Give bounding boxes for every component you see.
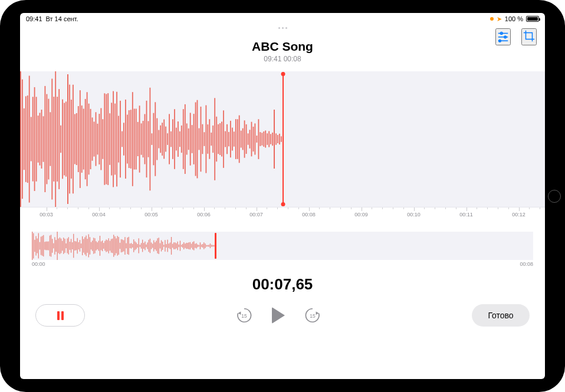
- svg-rect-92: [170, 131, 172, 147]
- svg-rect-213: [101, 242, 101, 251]
- svg-rect-214: [102, 241, 103, 251]
- svg-rect-78: [146, 101, 147, 177]
- svg-rect-65: [123, 123, 124, 155]
- svg-rect-29: [60, 126, 61, 153]
- svg-rect-111: [204, 132, 205, 146]
- status-date: Вт 14 сент.: [46, 15, 78, 22]
- svg-rect-107: [197, 100, 198, 179]
- time-ruler: 00:0300:0400:0500:0600:0700:0800:0900:10…: [20, 207, 545, 222]
- svg-rect-234: [127, 238, 128, 254]
- svg-rect-256: [155, 242, 155, 249]
- svg-rect-298: [208, 245, 208, 246]
- svg-rect-68: [129, 110, 130, 168]
- svg-rect-177: [55, 240, 56, 252]
- skip-forward-15-button[interactable]: 15: [304, 307, 321, 324]
- svg-rect-165: [41, 237, 41, 255]
- svg-rect-296: [205, 243, 205, 248]
- status-bar: 09:41 Вт 14 сент. ➤ 100 %: [20, 13, 545, 25]
- svg-rect-62: [118, 116, 119, 162]
- svg-rect-275: [179, 245, 179, 247]
- svg-rect-83: [155, 102, 156, 176]
- svg-rect-140: [255, 123, 256, 154]
- svg-rect-173: [51, 235, 51, 256]
- svg-rect-96: [178, 121, 179, 157]
- svg-rect-208: [94, 238, 95, 253]
- svg-rect-102: [188, 129, 189, 150]
- playhead-overview[interactable]: [215, 233, 216, 259]
- svg-rect-67: [127, 115, 128, 164]
- svg-rect-299: [209, 245, 209, 246]
- home-button[interactable]: [548, 190, 561, 203]
- svg-rect-97: [179, 131, 180, 147]
- skip-back-icon: 15: [235, 307, 253, 324]
- svg-rect-171: [48, 242, 49, 251]
- svg-rect-24: [51, 79, 52, 200]
- svg-rect-54: [104, 93, 105, 185]
- svg-rect-265: [166, 244, 166, 248]
- svg-rect-190: [72, 242, 73, 249]
- svg-rect-139: [253, 127, 254, 151]
- svg-rect-41: [81, 106, 83, 173]
- svg-rect-259: [159, 238, 159, 254]
- svg-rect-158: [32, 232, 32, 260]
- svg-rect-133: [242, 129, 244, 150]
- svg-rect-189: [71, 239, 71, 252]
- svg-rect-19: [43, 116, 44, 162]
- controls-bar: 15 15 Готово: [20, 294, 545, 338]
- svg-rect-286: [192, 242, 193, 250]
- options-button[interactable]: [495, 28, 511, 45]
- svg-rect-246: [142, 240, 143, 252]
- svg-rect-21: [47, 94, 48, 185]
- sheet-grabber[interactable]: [278, 27, 287, 29]
- svg-rect-226: [117, 236, 118, 256]
- svg-rect-220: [110, 241, 110, 251]
- waveform-overview[interactable]: [32, 232, 533, 260]
- svg-rect-295: [203, 242, 204, 249]
- pause-button[interactable]: [35, 304, 85, 327]
- svg-rect-258: [157, 238, 158, 253]
- svg-rect-50: [97, 124, 98, 154]
- svg-rect-293: [201, 245, 202, 247]
- svg-rect-228: [120, 243, 120, 249]
- svg-rect-221: [111, 239, 111, 252]
- playhead-main[interactable]: [282, 74, 284, 205]
- svg-rect-44: [87, 92, 88, 186]
- play-button[interactable]: [272, 307, 285, 324]
- svg-rect-119: [218, 124, 219, 154]
- svg-rect-195: [78, 242, 79, 249]
- svg-rect-203: [88, 234, 89, 257]
- svg-rect-149: [270, 134, 271, 144]
- done-button[interactable]: Готово: [472, 304, 530, 327]
- svg-rect-98: [181, 126, 182, 153]
- trim-button[interactable]: [521, 28, 537, 45]
- ipad-frame: 09:41 Вт 14 сент. ➤ 100 %: [0, 0, 565, 392]
- svg-rect-123: [225, 131, 226, 147]
- svg-rect-126: [230, 121, 231, 157]
- svg-rect-294: [202, 244, 203, 248]
- svg-rect-32: [65, 101, 67, 176]
- svg-rect-49: [96, 112, 97, 166]
- svg-rect-63: [120, 101, 121, 177]
- waveform-main[interactable]: [20, 71, 545, 207]
- svg-rect-172: [50, 236, 50, 256]
- svg-rect-289: [196, 243, 196, 249]
- svg-rect-43: [85, 99, 86, 179]
- svg-rect-74: [139, 106, 140, 173]
- battery-percent: 100 %: [505, 15, 523, 22]
- skip-back-15-button[interactable]: 15: [235, 307, 253, 324]
- svg-rect-185: [65, 243, 66, 248]
- svg-rect-217: [106, 239, 106, 252]
- svg-rect-205: [91, 242, 91, 250]
- svg-rect-80: [150, 88, 151, 191]
- svg-rect-197: [81, 243, 81, 248]
- svg-rect-268: [170, 242, 170, 249]
- svg-rect-302: [212, 245, 213, 247]
- svg-rect-174: [52, 239, 52, 253]
- svg-rect-238: [132, 244, 133, 248]
- svg-rect-110: [202, 124, 203, 154]
- svg-rect-113: [207, 124, 208, 154]
- svg-rect-135: [246, 124, 247, 154]
- svg-rect-274: [178, 242, 178, 251]
- svg-rect-261: [161, 241, 162, 252]
- svg-rect-40: [80, 90, 81, 188]
